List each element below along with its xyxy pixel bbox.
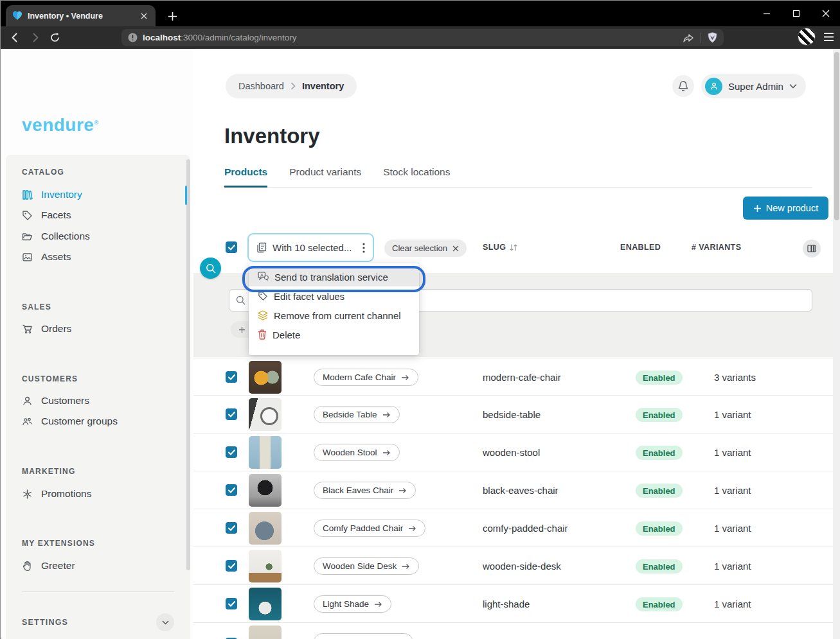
row-checkbox[interactable] bbox=[226, 408, 237, 420]
tab-products[interactable]: Products bbox=[224, 166, 267, 188]
breadcrumb[interactable]: Dashboard Inventory bbox=[226, 74, 357, 98]
search-icon bbox=[236, 295, 246, 305]
bulk-actions-button[interactable]: With 10 selected... bbox=[247, 233, 374, 262]
product-slug: comfy-padded-chair bbox=[483, 509, 568, 547]
notifications-button[interactable] bbox=[672, 75, 694, 97]
back-button[interactable] bbox=[10, 32, 21, 43]
browser-menu-icon[interactable] bbox=[823, 32, 834, 42]
table-row: Light Shade light-shade Enabled 1 varian… bbox=[193, 585, 833, 623]
clear-selection-button[interactable]: Clear selection bbox=[384, 240, 467, 257]
product-slug: modern-cafe-chair bbox=[483, 358, 561, 396]
product-name-link[interactable] bbox=[314, 633, 413, 639]
arrow-right-icon bbox=[408, 525, 416, 532]
product-name-link[interactable]: Bedside Table bbox=[314, 406, 400, 423]
window-maximize-button[interactable] bbox=[782, 1, 811, 26]
menu-item-delete[interactable]: Delete bbox=[249, 325, 419, 344]
table-row: Modern Cafe Chair modern-cafe-chair Enab… bbox=[193, 358, 833, 396]
kebab-menu-icon[interactable] bbox=[362, 243, 365, 253]
arrow-right-icon bbox=[402, 563, 410, 570]
variant-count: 1 variant bbox=[714, 547, 751, 585]
sidebar-item-facets[interactable]: Facets bbox=[22, 206, 163, 224]
menu-item-label: Delete bbox=[273, 329, 300, 340]
search-toggle-button[interactable] bbox=[200, 258, 221, 279]
status-badge: Enabled bbox=[636, 597, 683, 611]
sort-icon[interactable] bbox=[509, 243, 518, 252]
sidebar-item-promotions[interactable]: Promotions bbox=[22, 485, 163, 503]
product-name-link[interactable]: Black Eaves Chair bbox=[314, 482, 416, 499]
tabs: Products Product variants Stock location… bbox=[224, 166, 450, 188]
select-all-checkbox[interactable] bbox=[226, 241, 237, 253]
chevron-down-icon[interactable] bbox=[156, 613, 174, 631]
sidebar-item-inventory[interactable]: Inventory bbox=[22, 186, 163, 204]
brave-shield-icon[interactable] bbox=[708, 32, 717, 43]
svg-text:A: A bbox=[260, 273, 264, 277]
column-header-enabled: ENABLED bbox=[620, 243, 661, 252]
bell-icon bbox=[677, 80, 689, 92]
product-name-link[interactable]: Light Shade bbox=[314, 595, 391, 613]
user-menu[interactable]: Super Admin bbox=[701, 74, 806, 98]
arrow-right-icon bbox=[401, 374, 409, 381]
new-tab-button[interactable] bbox=[165, 8, 180, 24]
bulk-actions-menu: A Send to translation service Edit facet… bbox=[249, 263, 419, 355]
sidebar-item-label: Orders bbox=[41, 323, 71, 335]
share-icon[interactable] bbox=[683, 33, 694, 43]
url-path: :3000/admin/catalog/inventory bbox=[181, 33, 296, 42]
arrow-right-icon bbox=[374, 601, 382, 608]
menu-item-remove-from-channel[interactable]: Remove from current channel bbox=[249, 306, 419, 325]
browser-tab[interactable]: Inventory • Vendure bbox=[6, 5, 156, 26]
row-checkbox[interactable] bbox=[226, 522, 237, 534]
product-name-link[interactable]: Comfy Padded Chair bbox=[314, 520, 425, 537]
row-checkbox[interactable] bbox=[226, 446, 237, 458]
reload-button[interactable] bbox=[49, 32, 60, 43]
sidebar-item-orders[interactable]: Orders bbox=[22, 320, 163, 338]
user-icon bbox=[22, 396, 33, 407]
menu-item-send-to-translation[interactable]: A Send to translation service bbox=[249, 267, 419, 286]
sidebar-item-label: Customers bbox=[41, 395, 89, 407]
sidebar-item-customer-groups[interactable]: Customer groups bbox=[22, 412, 163, 430]
status-badge: Enabled bbox=[636, 484, 683, 498]
product-thumbnail bbox=[249, 361, 281, 394]
product-name-link[interactable]: Wooden Stool bbox=[314, 444, 400, 461]
sidebar-item-collections[interactable]: Collections bbox=[22, 227, 163, 245]
product-name-link[interactable]: Wooden Side Desk bbox=[314, 557, 419, 575]
chevron-down-icon bbox=[789, 83, 797, 89]
menu-item-edit-facet-values[interactable]: Edit facet values bbox=[249, 286, 419, 306]
variant-count: 1 variant bbox=[714, 509, 751, 547]
row-checkbox[interactable] bbox=[226, 598, 237, 609]
product-thumbnail bbox=[249, 398, 281, 431]
window-close-button[interactable] bbox=[811, 1, 840, 26]
tab-stock-locations[interactable]: Stock locations bbox=[383, 166, 450, 188]
column-settings-button[interactable] bbox=[803, 240, 821, 258]
browser-profile-avatar[interactable] bbox=[798, 28, 816, 46]
sidebar-item-assets[interactable]: Assets bbox=[22, 248, 163, 266]
tab-close-icon[interactable] bbox=[139, 11, 149, 21]
column-header-slug[interactable]: SLUG bbox=[483, 243, 518, 252]
sidebar-item-label: Inventory bbox=[41, 189, 82, 200]
product-slug: black-eaves-chair bbox=[483, 471, 559, 509]
status-badge: Enabled bbox=[636, 559, 683, 573]
breadcrumb-inventory: Inventory bbox=[302, 81, 344, 91]
row-checkbox[interactable] bbox=[226, 560, 237, 572]
page-scrollbar[interactable] bbox=[833, 49, 840, 639]
image-icon bbox=[22, 252, 33, 263]
url-bar[interactable]: localhost:3000/admin/catalog/inventory bbox=[121, 29, 724, 46]
product-name-link[interactable]: Modern Cafe Chair bbox=[314, 369, 418, 386]
tab-product-variants[interactable]: Product variants bbox=[289, 166, 361, 188]
sidebar-scrollbar[interactable] bbox=[186, 159, 190, 570]
new-product-button[interactable]: New product bbox=[743, 197, 828, 220]
users-icon bbox=[22, 416, 33, 427]
page-scrollbar-thumb[interactable] bbox=[834, 52, 839, 220]
row-checkbox[interactable] bbox=[226, 371, 237, 383]
site-info-icon[interactable] bbox=[128, 33, 138, 42]
forward-button[interactable] bbox=[30, 32, 40, 43]
cart-icon bbox=[22, 324, 33, 335]
sidebar-group-settings[interactable]: SETTINGS bbox=[22, 613, 174, 631]
section-label-sales: SALES bbox=[22, 302, 51, 311]
window-minimize-button[interactable] bbox=[752, 1, 782, 26]
variant-count: 1 variant bbox=[714, 471, 751, 509]
variant-count: 1 variant bbox=[714, 396, 751, 433]
sidebar-item-customers[interactable]: Customers bbox=[22, 392, 163, 410]
row-checkbox[interactable] bbox=[226, 484, 237, 496]
breadcrumb-dashboard[interactable]: Dashboard bbox=[238, 81, 284, 91]
arrow-right-icon bbox=[382, 412, 391, 418]
